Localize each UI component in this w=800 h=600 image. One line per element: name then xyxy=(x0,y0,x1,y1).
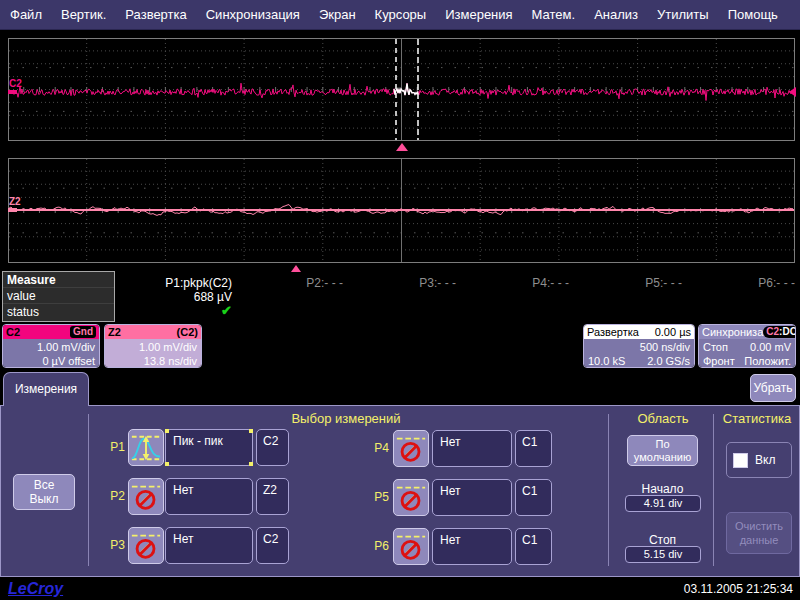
c2-coupling-badge: Gnd xyxy=(70,326,96,338)
clear-sweeps-button[interactable]: Очистить данные xyxy=(726,512,792,554)
menu-utilities[interactable]: Утилиты xyxy=(657,7,709,22)
none-measurement-icon xyxy=(395,531,427,563)
p5-source-button[interactable]: C1 xyxy=(515,479,552,516)
p2-row-label: P2 xyxy=(103,478,125,515)
statistics-enable-checkbox[interactable]: Вкл xyxy=(726,442,792,478)
measure-readout-p5: P5:- - - xyxy=(622,276,682,290)
tab-measurements[interactable]: Измерения xyxy=(3,372,89,406)
p3-measure-icon-button[interactable] xyxy=(128,527,164,564)
status-bar: LeCroy 03.11.2005 21:25:34 xyxy=(0,577,800,600)
trigger-source: C2 xyxy=(766,326,779,337)
menu-help[interactable]: Помощь xyxy=(728,7,778,22)
oscilloscope-screen: Файл Вертик. Развертка Синхронизация Экр… xyxy=(0,0,800,600)
none-measurement-icon xyxy=(130,481,162,513)
p5-type-button[interactable]: Нет xyxy=(432,479,512,516)
menu-file[interactable]: Файл xyxy=(10,7,42,22)
gate-stop-label: Стоп xyxy=(627,533,698,547)
selection-corner xyxy=(165,462,169,466)
p6-row-label: P6 xyxy=(367,528,389,565)
p3-type-button[interactable]: Нет xyxy=(165,527,253,564)
trigger-coupling: DC xyxy=(782,326,796,337)
area-section-title: Область xyxy=(613,411,713,426)
trigger-position-marker[interactable] xyxy=(291,265,301,272)
selection-corner xyxy=(249,429,253,433)
waveform-grid-c2 xyxy=(8,38,795,141)
gate-stop-field[interactable]: 5.15 div xyxy=(625,546,701,563)
timebase-samples: 10.0 kS xyxy=(588,354,625,368)
z2-time-per-div: 13.8 ns/div xyxy=(109,354,197,368)
trigger-descriptor[interactable]: Синхрониза C2:DC Стоп 0.00 mV Фронт Поло… xyxy=(698,324,796,368)
p6-type-button[interactable]: Нет xyxy=(432,528,512,565)
menu-timebase[interactable]: Развертка xyxy=(125,7,186,22)
z2-source-ref: (C2) xyxy=(177,325,198,339)
menu-trigger[interactable]: Синхронизация xyxy=(206,7,300,22)
all-off-button[interactable]: Все Выкл xyxy=(13,474,75,510)
trace-label-z2: Z2 xyxy=(9,196,21,207)
c2-level-indicator[interactable] xyxy=(8,90,17,94)
trigger-title: Синхрониза xyxy=(702,325,763,339)
gate-default-button[interactable]: По умолчанию xyxy=(627,435,698,466)
z2-volts-per-div: 1.00 mV/div xyxy=(109,340,197,354)
channel-c2-descriptor[interactable]: C2 Gnd 1.00 mV/div 0 µV offset xyxy=(2,324,100,368)
menu-display[interactable]: Экран xyxy=(319,7,356,22)
trigger-source-coupling-badge: C2:DC xyxy=(763,326,796,338)
c2-volts-per-div: 1.00 mV/div xyxy=(7,340,95,354)
p4-row-label: P4 xyxy=(367,430,389,467)
divider xyxy=(713,414,714,566)
measure-select-title: Выбор измерений xyxy=(271,411,421,426)
p6-measure-icon-button[interactable] xyxy=(393,528,429,565)
zoom-position-marker[interactable] xyxy=(396,143,408,151)
menu-analysis[interactable]: Анализ xyxy=(594,7,638,22)
lecroy-logo: LeCroy xyxy=(8,580,63,598)
p3-source-button[interactable]: C2 xyxy=(256,527,289,564)
p2-type-button[interactable]: Нет xyxy=(165,478,253,515)
zoom-z2-descriptor[interactable]: Z2 (C2) 1.00 mV/div 13.8 ns/div xyxy=(104,324,202,368)
gate-start-field[interactable]: 4.91 div xyxy=(625,495,701,512)
trigger-edge-label: Фронт xyxy=(703,354,735,368)
menu-vertical[interactable]: Вертик. xyxy=(61,7,106,22)
p5-measure-icon-button[interactable] xyxy=(393,479,429,516)
measure-readout-p1: P1:pkpk(C2) 688 µV ✔ xyxy=(138,276,232,318)
measure-readout-p2: P2:- - - xyxy=(283,276,343,290)
p6-source-button[interactable]: C1 xyxy=(515,528,552,565)
p1-status-pass-icon: ✔ xyxy=(138,304,232,318)
menu-cursors[interactable]: Курсоры xyxy=(375,7,427,22)
p1-value: 688 µV xyxy=(138,290,232,304)
c2-title: C2 xyxy=(6,325,20,339)
p1-measure-icon-button[interactable] xyxy=(128,429,164,466)
p4-measure-icon-button[interactable] xyxy=(393,430,429,467)
c2-offset: 0 µV offset xyxy=(7,354,95,368)
p1-type-button[interactable]: Пик - пик xyxy=(165,429,253,466)
waveform-grid-z2 xyxy=(8,158,795,263)
trigger-level-arrow-icon[interactable] xyxy=(789,87,796,97)
p1-row-label: P1 xyxy=(103,429,125,466)
close-dialog-button[interactable]: Убрать xyxy=(750,374,796,402)
datetime-display: 03.11.2005 21:25:34 xyxy=(684,582,793,596)
z2-title: Z2 xyxy=(108,325,121,339)
none-measurement-icon xyxy=(395,433,427,465)
p2-measure-icon-button[interactable] xyxy=(128,478,164,515)
statistics-section-title: Статистика xyxy=(716,411,798,426)
measure-legend-header: Measure xyxy=(3,272,114,288)
p4-type-button[interactable]: Нет xyxy=(432,430,512,467)
measure-readout-p6: P6:- - - xyxy=(735,276,795,290)
trace-label-c2: C2 xyxy=(9,78,22,89)
menu-math[interactable]: Матем. xyxy=(532,7,576,22)
trigger-level: 0.00 mV xyxy=(750,340,791,354)
none-measurement-icon xyxy=(395,482,427,514)
none-measurement-icon xyxy=(130,530,162,562)
timebase-title: Развертка xyxy=(587,325,639,339)
menu-bar: Файл Вертик. Развертка Синхронизация Экр… xyxy=(0,0,800,30)
menu-measure[interactable]: Измерения xyxy=(445,7,512,22)
checkbox-unchecked-icon[interactable] xyxy=(733,453,748,468)
p5-row-label: P5 xyxy=(367,479,389,516)
p4-source-button[interactable]: C1 xyxy=(515,430,552,467)
p1-source-button[interactable]: C2 xyxy=(256,429,289,466)
timebase-descriptor[interactable]: Развертка 0.00 µs 500 ns/div 10.0 kS 2.0… xyxy=(583,324,695,368)
divider xyxy=(88,414,89,566)
trigger-mode-label: Стоп xyxy=(703,340,728,354)
trigger-edge-value: Положит. xyxy=(744,354,791,368)
p2-source-button[interactable]: Z2 xyxy=(256,478,289,515)
timebase-rate: 2.0 GS/s xyxy=(647,354,690,368)
z2-level-indicator[interactable] xyxy=(8,208,17,212)
